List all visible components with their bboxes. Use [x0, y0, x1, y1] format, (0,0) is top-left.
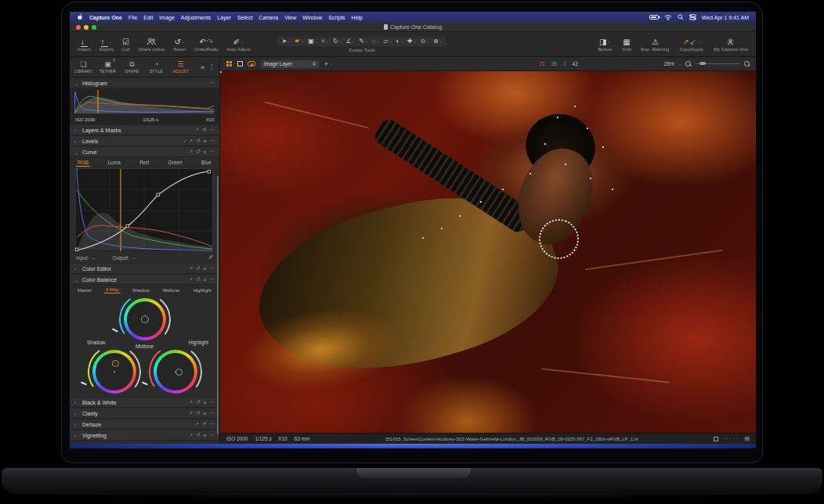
shadow-wheel-indicator[interactable]	[112, 360, 119, 367]
cb-tab-midtone[interactable]: Midtone	[161, 287, 181, 293]
slider-handle[interactable]	[81, 381, 87, 385]
menu-item-capture-one[interactable]: Capture One	[89, 15, 122, 20]
rating-dots[interactable]: ·····	[723, 436, 740, 441]
export-button[interactable]: ⌄ Export	[99, 32, 113, 56]
crop-tool[interactable]: ⌄	[322, 38, 329, 45]
menu-item-image[interactable]: Image	[159, 15, 174, 20]
panel-reset-icon[interactable]	[196, 276, 200, 283]
control-center-icon[interactable]	[689, 14, 696, 20]
exposure-warning-button[interactable]: Exp. Warning	[641, 32, 670, 56]
curve-tab-rgb[interactable]: RGB	[76, 159, 90, 167]
panel-header-vignetting[interactable]: › Vignetting	[70, 430, 219, 441]
proof-margin-icon[interactable]	[714, 437, 718, 441]
single-image-icon[interactable]	[237, 61, 243, 67]
highlight-wheel-indicator[interactable]	[175, 369, 183, 376]
panel-more-icon[interactable]	[210, 265, 215, 272]
panel-reset-icon[interactable]	[196, 149, 200, 155]
straighten-tool[interactable]: ⌄	[345, 38, 355, 45]
share-online-button[interactable]: Share online	[139, 32, 165, 56]
tab-options-icon[interactable]: ⋮	[208, 63, 215, 70]
panel-preset-icon[interactable]	[204, 266, 207, 272]
panel-copy-icon[interactable]	[189, 149, 193, 155]
zoom-slider-knob[interactable]	[699, 62, 706, 65]
curve-tab-luma[interactable]: Luma	[106, 159, 121, 166]
menu-item-help[interactable]: Help	[352, 15, 363, 20]
zoom-out-icon[interactable]	[685, 61, 691, 67]
panel-more-icon[interactable]	[210, 421, 215, 427]
panel-copy-icon[interactable]	[189, 432, 193, 438]
panel-reset-icon[interactable]	[196, 410, 200, 416]
panel-more-icon[interactable]	[210, 149, 215, 155]
auto-adjust-button[interactable]: ⌄ Auto Adjust	[226, 32, 250, 56]
panel-preset-icon[interactable]	[204, 139, 207, 144]
menu-item-camera[interactable]: Camera	[258, 15, 278, 20]
cb-tab-3way[interactable]: 3-Way	[104, 286, 121, 293]
panel-more-icon[interactable]	[210, 127, 215, 133]
panel-copy-icon[interactable]	[189, 410, 193, 416]
slider-handle[interactable]	[142, 381, 148, 385]
curve-tab-green[interactable]: Green	[166, 159, 183, 166]
panel-reset-icon[interactable]	[196, 399, 200, 405]
curve-tab-red[interactable]: Red	[138, 159, 150, 166]
spotlight-search-icon[interactable]	[678, 14, 684, 20]
clone-tool[interactable]: ⌄	[420, 38, 428, 45]
panel-reset-icon[interactable]	[196, 265, 200, 272]
panel-more-icon[interactable]	[210, 80, 215, 86]
cb-tab-master[interactable]: Master	[76, 287, 93, 293]
erase-mask-tool[interactable]: ⌄	[372, 38, 380, 45]
panel-more-icon[interactable]	[210, 399, 215, 405]
panel-more-icon[interactable]	[210, 276, 215, 283]
midtone-color-wheel[interactable]	[124, 298, 166, 340]
menu-item-select[interactable]: Select	[237, 15, 252, 20]
reset-button[interactable]: ⌄ Reset	[173, 32, 186, 56]
midtone-wheel-indicator[interactable]	[141, 315, 149, 323]
tab-library[interactable]: LIBRARY	[71, 57, 96, 77]
orientation-tool[interactable]: ⌄	[308, 38, 317, 45]
photo-canvas[interactable]	[220, 71, 756, 433]
menu-item-edit[interactable]: Edit	[143, 15, 153, 20]
tab-shape[interactable]: SHAPE	[120, 57, 144, 77]
panel-more-icon[interactable]	[210, 138, 215, 144]
panel-copy-icon[interactable]	[189, 265, 193, 272]
menu-item-scripts[interactable]: Scripts	[328, 15, 345, 20]
grid-button[interactable]: Grid	[622, 32, 631, 56]
linear-gradient-mask-tool[interactable]: ⌄	[383, 38, 392, 45]
cb-tab-highlight[interactable]: Highlight	[192, 287, 213, 293]
panel-preset-icon[interactable]	[204, 277, 207, 283]
panel-preset-icon[interactable]	[204, 411, 207, 416]
curve-graph[interactable]	[75, 168, 213, 252]
panel-header-color-editor[interactable]: › Color Editor	[70, 263, 219, 274]
menu-item-file[interactable]: File	[128, 15, 137, 20]
tab-tether[interactable]: 0 TETHER	[96, 57, 120, 77]
rotate-tool[interactable]: ⌄	[333, 38, 342, 45]
panel-header-dehaze[interactable]: › Dehaze	[70, 419, 219, 430]
menu-item-layer[interactable]: Layer	[217, 15, 231, 20]
highlight-color-wheel[interactable]	[154, 350, 197, 394]
zoom-slider[interactable]	[695, 63, 740, 64]
panel-preset-icon[interactable]	[204, 149, 207, 155]
radial-gradient-mask-tool[interactable]: ⌄	[396, 38, 403, 45]
menu-item-window[interactable]: Window	[302, 15, 322, 20]
slider-handle[interactable]	[112, 328, 118, 332]
panel-copy-icon[interactable]	[189, 399, 193, 405]
panel-copy-icon[interactable]	[189, 276, 193, 283]
panel-copy-icon[interactable]	[195, 421, 199, 427]
undo-redo-button[interactable]: Undo/Redo	[194, 32, 218, 56]
panel-copy-icon[interactable]	[189, 138, 193, 144]
cull-button[interactable]: Cull	[121, 32, 129, 56]
apple-menu-icon[interactable]	[77, 13, 83, 21]
add-layer-button[interactable]: +⌄	[324, 60, 332, 68]
cb-tab-shadow[interactable]: Shadow	[131, 287, 151, 293]
panel-header-layers-masks[interactable]: › Layers & Masks	[70, 124, 219, 135]
copy-apply-button[interactable]: ⌄ Copy|Apply	[679, 32, 703, 56]
panel-preset-icon[interactable]	[204, 400, 207, 405]
panel-reset-icon[interactable]	[202, 421, 206, 427]
menu-item-adjustments[interactable]: Adjustments	[181, 15, 211, 20]
zoom-level[interactable]: 26%	[664, 61, 674, 67]
panel-more-icon[interactable]	[210, 410, 215, 416]
panel-more-icon[interactable]	[210, 432, 215, 438]
curve-picker-icon[interactable]	[208, 254, 213, 261]
draw-mask-tool[interactable]: ⌄	[359, 38, 367, 45]
import-button[interactable]: Import	[78, 32, 91, 56]
tab-style[interactable]: STYLE	[144, 57, 168, 77]
